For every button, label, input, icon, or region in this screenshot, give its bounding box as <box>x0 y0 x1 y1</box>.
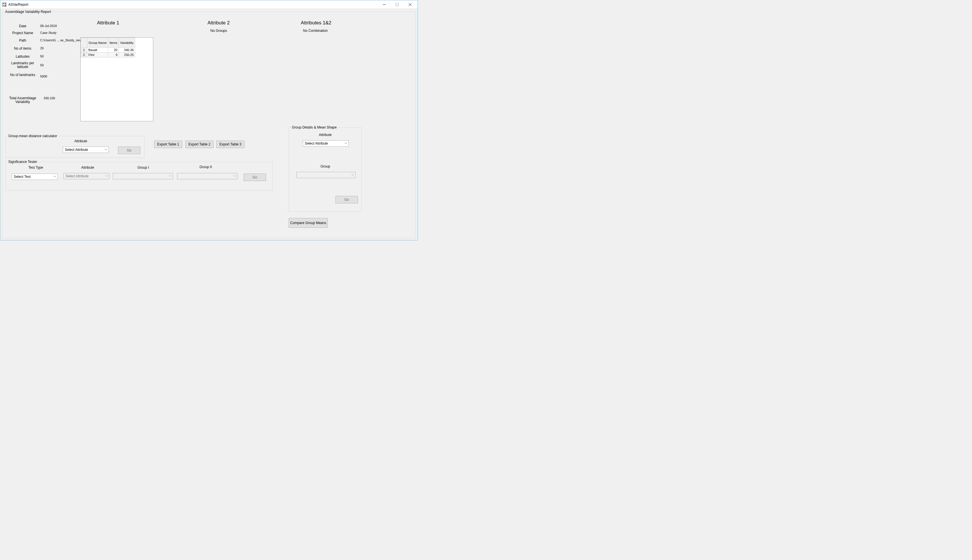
group-mean-box: Group-mean distance calculator Attribute… <box>5 136 145 158</box>
value-lpl: 50 <box>40 63 43 67</box>
sig-test-type-label: Test Type <box>28 165 43 170</box>
close-icon <box>408 3 412 6</box>
chevron-down-icon <box>351 173 354 176</box>
minimize-icon <box>383 3 386 6</box>
export-table-1-button[interactable]: Export Table 1 <box>154 140 182 148</box>
maximize-icon <box>396 3 398 6</box>
details-attr-label: Attribute <box>319 133 332 137</box>
group-mean-attr-label: Attribute <box>74 139 87 143</box>
details-box: Group Details & Mean Shape Attribute Sel… <box>289 127 362 212</box>
row-nlm: No of landmarks 5000 <box>7 73 47 78</box>
app-icon <box>2 2 7 7</box>
chevron-down-icon <box>233 175 236 177</box>
report-legend: Assemblage Variability Report <box>4 10 52 14</box>
svg-rect-6 <box>396 3 398 6</box>
compare-group-means-button[interactable]: Compare Group Means <box>289 218 328 228</box>
value-latitudes: 50 <box>40 55 43 58</box>
svg-rect-1 <box>3 3 4 4</box>
attr2-sub: No Groups <box>210 29 227 33</box>
attr2-heading: Attribute 2 <box>207 20 230 26</box>
details-group-label: Group <box>320 164 330 168</box>
svg-rect-4 <box>5 5 6 6</box>
details-attr-select[interactable]: Select Attribute <box>303 140 348 147</box>
sig-box: Significance Tester Test Type Attribute … <box>5 162 273 190</box>
sig-g2-label: Group II <box>200 165 212 169</box>
row-project: Project Name Case Study <box>7 31 57 35</box>
row-items: No of items 29 <box>7 47 43 50</box>
chevron-down-icon <box>344 142 347 145</box>
sig-go-button[interactable]: Go <box>243 173 266 181</box>
attr1-table[interactable]: Group Name Items Variability 1 Basalt 20… <box>80 37 153 122</box>
sig-test-select[interactable]: Select Test <box>12 173 58 180</box>
details-legend: Group Details & Mean Shape <box>291 125 338 129</box>
sig-g1-select[interactable] <box>113 173 173 179</box>
maximize-button[interactable] <box>390 0 403 8</box>
attr12-sub: No Combination <box>303 29 328 33</box>
chevron-down-icon <box>169 175 172 177</box>
label-tav: Total Assemblage Variability <box>7 97 38 104</box>
details-group-select[interactable] <box>297 172 355 178</box>
attr12-heading: Attributes 1&2 <box>301 20 332 26</box>
chevron-down-icon <box>105 148 107 151</box>
sig-g2-select[interactable] <box>177 173 237 179</box>
titlebar: ASVarReport <box>0 0 418 9</box>
label-lpl: Landmarks per latitude <box>7 62 38 69</box>
row-path: Path C:\Users\G ... se_Stutdy_new\ <box>7 38 83 42</box>
report-groupbox: Assemblage Variability Report Date 09-Ju… <box>2 12 416 238</box>
row-tav: Total Assemblage Variability 330.156 <box>7 97 55 104</box>
attr1-heading: Attribute 1 <box>97 20 119 26</box>
close-button[interactable] <box>403 0 417 8</box>
svg-rect-2 <box>5 3 6 4</box>
chevron-down-icon <box>105 175 108 177</box>
value-date: 09-Jul-2018 <box>40 24 57 28</box>
minimize-button[interactable] <box>378 0 390 8</box>
sig-attr-label: Attribute <box>81 165 94 170</box>
svg-rect-3 <box>3 5 4 6</box>
export-table-3-button[interactable]: Export Table 3 <box>217 140 245 148</box>
sig-g1-label: Group I <box>137 165 149 170</box>
row-date: Date 09-Jul-2018 <box>7 24 57 28</box>
label-path: Path <box>7 38 38 42</box>
value-project: Case Study <box>40 31 57 35</box>
label-latitudes: Latitudes <box>7 55 38 58</box>
value-path: C:\Users\G ... se_Stutdy_new\ <box>40 38 83 42</box>
sig-attr-select[interactable]: Select Attribute <box>63 173 109 179</box>
table-row[interactable]: 1 Basalt 20 340.36 <box>81 48 135 52</box>
label-project: Project Name <box>7 31 38 35</box>
value-nlm: 5000 <box>40 75 47 78</box>
row-latitudes: Latitudes 50 <box>7 55 43 58</box>
row-lpl: Landmarks per latitude 50 <box>7 62 43 69</box>
details-go-button[interactable]: Go <box>335 196 358 203</box>
value-tav: 330.156 <box>43 97 55 104</box>
th-variability: Variability <box>119 38 135 48</box>
group-mean-attr-select[interactable]: Select Attribute <box>63 147 109 153</box>
value-items: 29 <box>40 47 43 50</box>
label-nlm: No of landmarks <box>7 73 38 78</box>
export-table-2-button[interactable]: Export Table 2 <box>185 140 213 148</box>
chevron-down-icon <box>53 175 56 178</box>
label-items: No of items <box>7 47 38 50</box>
sig-legend: Significance Tester <box>7 160 38 164</box>
th-items: Items <box>108 38 119 48</box>
group-mean-go-button[interactable]: Go <box>118 147 140 154</box>
window-title: ASVarReport <box>8 3 28 7</box>
table-row[interactable]: 2 Flint 9 250.25 <box>81 52 135 57</box>
group-mean-legend: Group-mean distance calculator <box>7 134 58 138</box>
th-groupname: Group Name <box>87 38 108 48</box>
label-date: Date <box>7 24 38 28</box>
